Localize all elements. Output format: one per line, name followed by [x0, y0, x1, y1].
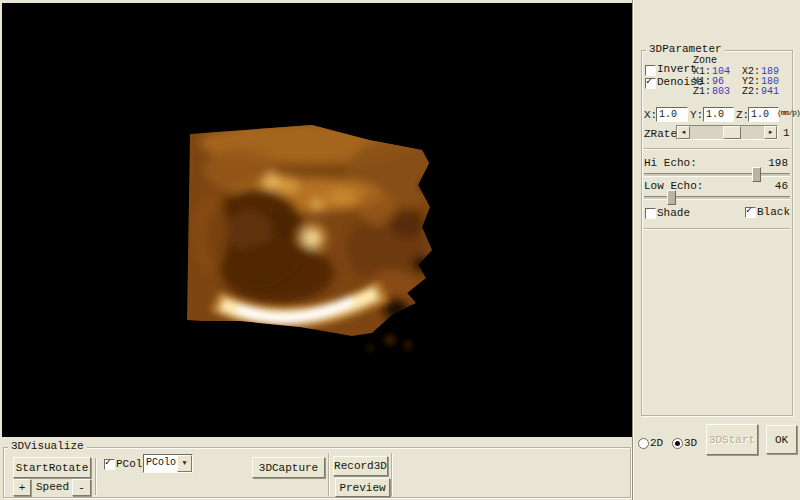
render-viewport[interactable] — [2, 3, 632, 437]
record-3d-button[interactable]: Record3D — [333, 456, 388, 476]
start-rotate-button[interactable]: StartRotate — [13, 457, 91, 478]
zone-z2-label: Z2: — [742, 87, 761, 97]
visualize-group-title: 3DVisualize — [8, 440, 87, 452]
zone-z1-value: 803 — [712, 87, 742, 97]
low-echo-slider-track[interactable] — [644, 196, 790, 200]
zone-z1-label: Z1: — [693, 87, 712, 97]
scale-z-input[interactable]: 1.0 — [748, 107, 779, 122]
scale-unit-label: (mm/p) — [777, 108, 800, 117]
start3d-button[interactable]: 3DStart — [706, 424, 758, 455]
mode-3d-label: 3D — [684, 437, 697, 449]
denoise-checkbox[interactable] — [645, 78, 656, 89]
mode-2d-label: 2D — [650, 437, 663, 449]
speed-minus-button[interactable]: - — [72, 479, 91, 496]
pcolor-checkbox[interactable] — [104, 459, 115, 470]
mode-2d-radio[interactable] — [638, 438, 649, 449]
app-window: { "window": { "bg_color": "#e9e5d4", "vi… — [0, 0, 800, 500]
hi-echo-label: Hi Echo: — [644, 157, 697, 169]
ultrasound-render — [180, 113, 436, 353]
separator — [95, 458, 97, 495]
parameter-groupbox: 3DParameter Invert Denoise Zone X1: 104 … — [641, 50, 793, 416]
zrate-label: ZRate — [644, 128, 677, 140]
scale-y-label: Y: — [690, 109, 703, 121]
black-label: Black — [757, 206, 790, 218]
invert-label: Invert — [657, 63, 697, 75]
shade-checkbox[interactable] — [645, 208, 656, 219]
zrate-value: 1 — [783, 127, 790, 139]
capture-3d-button[interactable]: 3DCapture — [252, 457, 325, 478]
ok-button[interactable]: OK — [766, 425, 797, 454]
preview-button[interactable]: Preview — [335, 478, 390, 497]
scale-y-input[interactable]: 1.0 — [703, 107, 734, 122]
zrate-scrollbar-thumb[interactable] — [723, 126, 741, 139]
separator — [644, 148, 790, 150]
speed-label: Speed — [36, 481, 69, 493]
zrate-right-arrow-icon[interactable]: ► — [764, 126, 777, 139]
zrate-left-arrow-icon[interactable]: ◄ — [677, 126, 690, 139]
parameter-group-title: 3DParameter — [646, 43, 725, 55]
hi-echo-value: 198 — [768, 157, 788, 169]
low-echo-slider-thumb[interactable] — [667, 190, 676, 205]
pcolor-dropdown[interactable]: PColor ▼ — [143, 454, 193, 473]
scale-x-input[interactable]: 1.0 — [656, 107, 688, 122]
zone-values: X1: 104 X2: 189 Y1: 96 Y2: 180 Z1: 803 Z… — [693, 67, 791, 97]
zone-title: Zone — [693, 55, 717, 66]
hi-echo-slider-thumb[interactable] — [752, 167, 761, 182]
separator — [391, 453, 393, 496]
mode-3d-radio[interactable] — [672, 438, 683, 449]
control-panel: 3DParameter Invert Denoise Zone X1: 104 … — [632, 0, 800, 500]
ultrasound-volume-image — [180, 113, 436, 353]
low-echo-value: 46 — [775, 180, 788, 192]
separator — [644, 228, 790, 230]
zrate-scrollbar[interactable]: ◄ ► — [676, 125, 778, 140]
zone-z2-value: 941 — [761, 87, 791, 97]
black-checkbox[interactable] — [745, 207, 756, 218]
hi-echo-slider-track[interactable] — [644, 173, 790, 177]
invert-checkbox[interactable] — [645, 65, 656, 76]
chevron-down-icon[interactable]: ▼ — [177, 455, 192, 472]
speed-plus-button[interactable]: + — [13, 479, 31, 496]
separator — [328, 453, 330, 496]
shade-label: Shade — [657, 207, 690, 219]
